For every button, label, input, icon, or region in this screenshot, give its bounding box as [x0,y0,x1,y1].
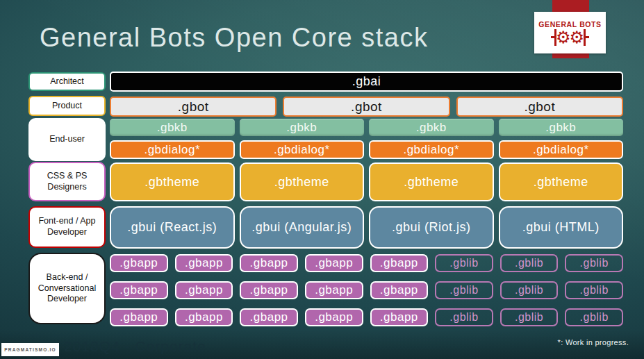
gbapp-box: .gbapp [370,281,429,299]
gblib-box: .gblib [500,254,559,272]
gbtheme-box: .gbtheme [110,162,235,201]
gblib-box: .gblib [435,281,493,299]
row-label-frontend-developer: Font-end / App Developer [28,206,106,248]
footer-caption: 2018Q4 - Corporate [64,338,206,355]
gbapp-box: .gbapp [175,308,233,326]
gbot-box: .gbot [456,97,623,117]
gbdialog-box: .gbdialog* [110,140,235,159]
row-gbkb: .gbkb .gbkb .gbkb .gbkb [110,119,623,136]
row-gbtheme: .gbtheme .gbtheme .gbtheme .gbtheme [110,162,623,201]
gbai-box: .gbai [110,72,623,92]
gbdialog-box: .gbdialog* [369,140,494,159]
gbapp-box: .gbapp [175,281,233,299]
gbapp-box: .gbapp [110,254,168,272]
gblib-box: .gblib [565,254,623,272]
gear-icon: ⚙ [556,29,571,46]
gblib-box: .gblib [565,308,623,326]
gbapp-box: .gbapp [240,308,298,326]
gblib-box: .gblib [435,308,493,326]
gbapp-box: .gbapp [110,308,168,326]
gbapp-box: .gbapp [370,308,429,326]
gbapp-box: .gbapp [240,281,298,299]
gbapp-box: .gbapp [370,254,429,272]
gbui-box: .gbui (Angular.js) [240,206,365,249]
gbui-box: .gbui (Riot.js) [369,206,494,249]
row-gbai: .gbai [110,72,623,92]
gbkb-box: .gbkb [240,119,365,136]
gblib-box: .gblib [435,254,493,272]
row-gbapp-1: .gbapp .gbapp .gbapp .gbapp .gbapp .gbli… [110,254,623,272]
gbapp-box: .gbapp [240,254,298,272]
row-label-css-ps-designers: CSS & PS Designers [28,162,106,201]
row-gbdialog: .gbdialog* .gbdialog* .gbdialog* .gbdial… [110,140,623,159]
row-gbui: .gbui (React.js) .gbui (Angular.js) .gbu… [110,206,623,249]
gblib-box: .gblib [565,281,623,299]
work-in-progress-note: *: Work in progress. [558,338,629,347]
gbapp-box: .gbapp [305,281,363,299]
gbot-box: .gbot [110,97,276,117]
gblib-box: .gblib [500,308,559,326]
gbtheme-box: .gbtheme [369,162,494,201]
row-label-product: Product [28,96,106,116]
gear-bar-right-tick [586,36,589,38]
gbapp-box: .gbapp [305,254,363,272]
gbkb-box: .gbkb [110,119,235,136]
gbapp-box: .gbapp [175,254,233,272]
gbui-box: .gbui (React.js) [110,206,235,249]
logo-brand-text: GENERAL BOTS [538,20,601,28]
row-gbapp-3: .gbapp .gbapp .gbapp .gbapp .gbapp .gbli… [110,308,623,326]
row-label-end-user: End-user [28,118,106,161]
gbui-box: .gbui (HTML) [499,206,624,249]
pragmatismo-logo: PRAGMATISMO.IO [1,343,59,356]
row-label-architect: Architect [28,72,106,91]
gblib-box: .gblib [500,281,559,299]
gbkb-box: .gbkb [499,119,624,136]
gbapp-box: .gbapp [110,281,168,299]
gbot-box: .gbot [283,97,449,117]
page-title: General Bots Open Core stack [40,23,428,53]
gbtheme-box: .gbtheme [499,162,624,201]
row-gbot: .gbot .gbot .gbot [110,97,623,117]
row-gbapp-2: .gbapp .gbapp .gbapp .gbapp .gbapp .gbli… [110,281,623,299]
gbtheme-box: .gbtheme [240,162,365,201]
gbapp-box: .gbapp [305,308,363,326]
gears-icon: ⚙⚙ [551,29,588,46]
gbdialog-box: .gbdialog* [499,140,624,159]
row-label-backend-developer: Back-end / Conversational Developer [28,253,106,324]
gear-icon: ⚙ [570,29,585,46]
general-bots-logo: GENERAL BOTS ⚙⚙ [534,12,606,53]
gbdialog-box: .gbdialog* [240,140,365,159]
slide-background: GENERAL BOTS ⚙⚙ General Bots Open Core s… [0,0,644,359]
gbkb-box: .gbkb [369,119,494,136]
